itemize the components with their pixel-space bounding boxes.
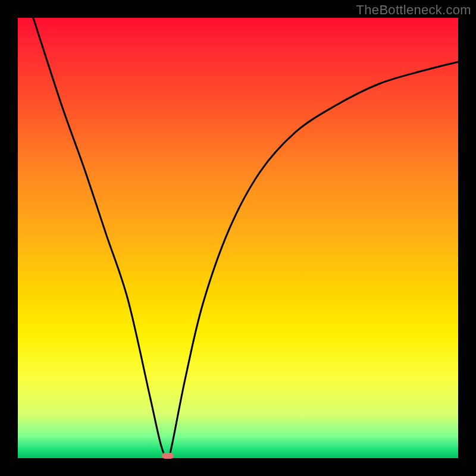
curve-layer [18, 18, 458, 458]
watermark-text: TheBottleneck.com [356, 2, 471, 18]
minimum-marker [162, 453, 174, 459]
chart-frame: TheBottleneck.com [0, 0, 476, 476]
bottleneck-curve [33, 18, 458, 458]
plot-area [18, 18, 458, 458]
